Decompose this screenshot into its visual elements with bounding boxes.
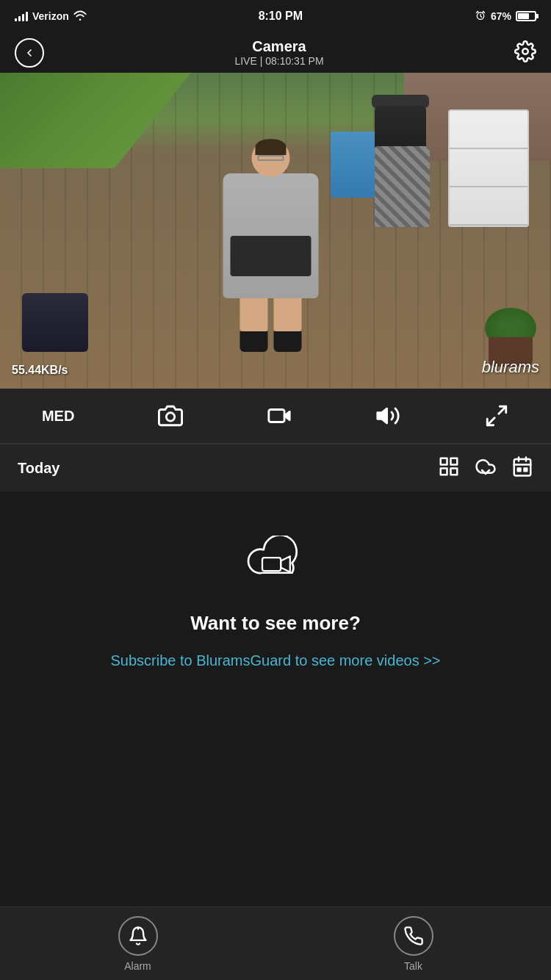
storage-unit [448,109,529,227]
svg-marker-19 [281,556,290,572]
folding-chairs [375,146,433,234]
svg-rect-12 [514,459,531,476]
nav-title-block: Camera LIVE | 08:10:31 PM [234,38,323,67]
cloud-sync-button[interactable] [475,455,497,480]
alarm-status-icon [475,10,486,24]
svg-marker-5 [378,408,387,423]
alarm-icon-circle [118,916,158,956]
page-title: Camera [234,38,323,55]
svg-line-6 [499,406,506,414]
fullscreen-button[interactable] [478,397,515,434]
svg-rect-3 [269,410,284,422]
person-legs [240,295,302,331]
alarm-tab[interactable]: Alarm [74,916,202,972]
svg-rect-16 [518,469,521,472]
back-button[interactable] [15,38,44,68]
svg-rect-9 [451,458,458,465]
empty-state: Want to see more? Subscribe to BluramsGu… [0,491,551,730]
cloud-video-icon [242,536,309,590]
camera-brand: blurams [482,358,539,377]
camera-speed: 55.44KB/s [12,364,68,377]
wifi-icon [73,10,87,23]
nav-bar: Camera LIVE | 08:10:31 PM [0,32,551,73]
screenshot-button[interactable] [152,397,189,434]
empty-title: Want to see more? [190,612,361,635]
svg-rect-8 [441,458,447,465]
battery-icon [516,11,536,21]
status-left: Verizon [15,10,87,23]
svg-line-7 [487,418,494,425]
person-boots [240,331,302,352]
person-body [223,173,319,298]
subscribe-link[interactable]: Subscribe to BluramsGuard to see more vi… [110,649,440,671]
list-view-button[interactable] [438,455,460,480]
camera-scene: 55.44KB/s blurams [0,73,551,389]
section-icons [438,455,533,480]
svg-point-1 [522,48,528,54]
camera-feed: 55.44KB/s blurams [0,73,551,389]
audio-button[interactable] [370,397,406,434]
talk-tab[interactable]: Talk [350,916,478,972]
calendar-button[interactable] [511,455,533,480]
svg-rect-18 [262,558,281,571]
status-right: 67% [475,10,536,24]
svg-rect-10 [441,469,447,475]
alarm-label: Alarm [124,960,151,972]
talk-label: Talk [404,960,422,972]
status-bar: Verizon 8:10 PM 67% [0,0,551,32]
svg-rect-17 [525,469,527,472]
section-title: Today [18,460,60,477]
controls-bar: MED [0,389,551,444]
talk-icon-circle [394,916,433,956]
person-head [252,139,290,177]
blue-item [331,131,378,198]
svg-point-2 [167,413,175,421]
carrier-label: Verizon [32,10,69,22]
record-button[interactable] [261,397,298,434]
settings-button[interactable] [514,40,536,65]
live-status: LIVE | 08:10:31 PM [234,55,323,67]
signal-icon [15,11,28,21]
section-header: Today [0,444,551,491]
battery-percent: 67% [491,10,511,22]
svg-rect-11 [451,469,458,475]
bag [22,293,88,352]
tab-bar: Alarm Talk [0,907,551,980]
person [223,139,319,352]
quality-button[interactable]: MED [36,402,80,430]
status-time: 8:10 PM [259,10,303,23]
